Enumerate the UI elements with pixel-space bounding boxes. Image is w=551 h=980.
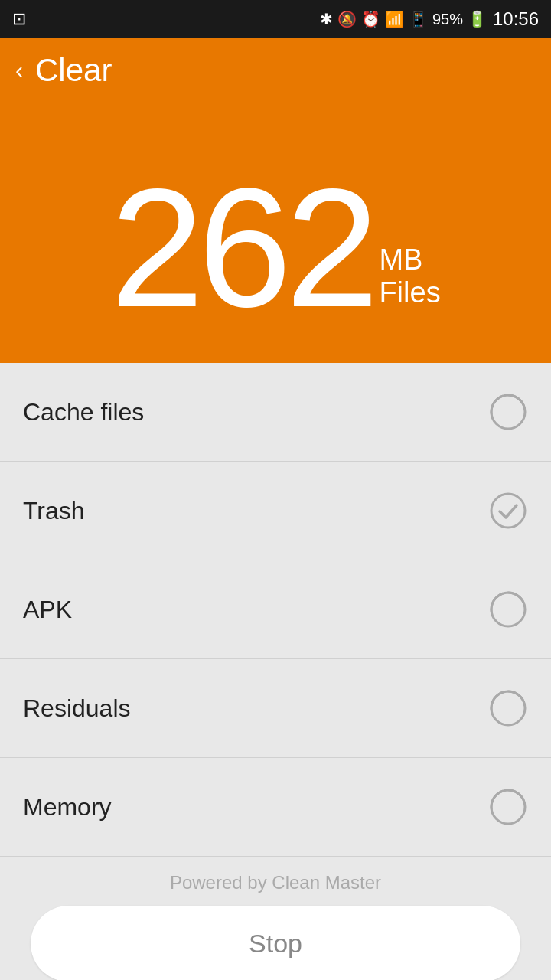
back-button[interactable]: ‹ — [15, 59, 23, 82]
unit-files: Files — [379, 276, 440, 309]
bluetooth-icon: ✱ — [320, 10, 333, 28]
gallery-icon: ⊡ — [12, 9, 26, 29]
unit-block: MB Files — [379, 243, 440, 309]
footer-section: Powered by Clean Master Stop — [0, 857, 551, 980]
residuals-label: Residuals — [23, 694, 131, 723]
alarm-icon: ⏰ — [361, 10, 380, 28]
list-item-apk[interactable]: APK — [0, 560, 551, 659]
status-icons: ✱ 🔕 ⏰ 📶 📱 95% 🔋 — [320, 10, 487, 28]
list-item-cache[interactable]: Cache files — [0, 363, 551, 462]
cache-spinner-icon — [488, 392, 528, 432]
list-item-residuals[interactable]: Residuals — [0, 659, 551, 758]
stop-button[interactable]: Stop — [31, 906, 520, 980]
list-section: Cache files Trash APK Residuals Memory — [0, 363, 551, 857]
page-title: Clear — [35, 52, 112, 89]
status-bar-left: ⊡ — [12, 9, 26, 29]
trash-label: Trash — [23, 497, 85, 525]
app-header: ‹ Clear — [0, 38, 551, 103]
hero-section: 262 MB Files — [0, 103, 551, 363]
memory-label: Memory — [23, 793, 112, 822]
status-bar-right: ✱ 🔕 ⏰ 📶 📱 95% 🔋 10:56 — [320, 8, 539, 30]
svg-point-2 — [491, 494, 525, 528]
battery-icon: 🔋 — [468, 10, 487, 28]
cache-files-label: Cache files — [23, 398, 144, 426]
mute-icon: 🔕 — [337, 10, 357, 28]
list-item-memory[interactable]: Memory — [0, 758, 551, 857]
status-time: 10:56 — [493, 8, 539, 30]
battery-text: 95% — [432, 11, 463, 28]
trash-check-icon — [488, 491, 528, 531]
file-size-number: 262 — [110, 164, 373, 332]
list-item-trash[interactable]: Trash — [0, 462, 551, 560]
status-bar: ⊡ ✱ 🔕 ⏰ 📶 📱 95% 🔋 10:56 — [0, 0, 551, 38]
memory-spinner-icon — [488, 787, 528, 827]
unit-mb: MB — [379, 243, 422, 276]
apk-label: APK — [23, 596, 72, 624]
residuals-spinner-icon — [488, 688, 528, 728]
apk-spinner-icon — [488, 590, 528, 629]
powered-by-text: Powered by Clean Master — [0, 872, 551, 893]
sim-icon: 📱 — [409, 10, 428, 28]
wifi-icon: 📶 — [385, 10, 404, 28]
